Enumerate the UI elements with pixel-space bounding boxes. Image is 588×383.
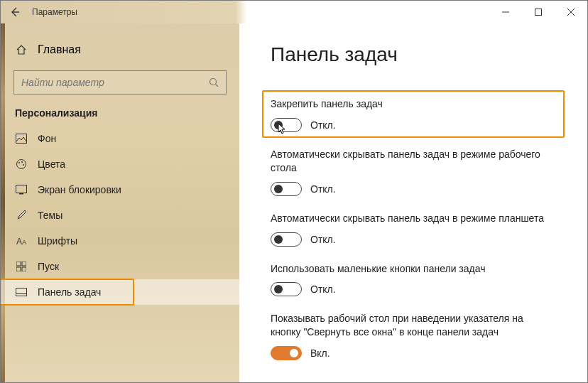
taskbar-icon bbox=[15, 288, 28, 296]
svg-rect-19 bbox=[22, 267, 26, 271]
maximize-button[interactable] bbox=[522, 1, 555, 23]
setting-small-buttons: Использовать маленькие кнопки панели зад… bbox=[271, 262, 556, 297]
sidebar-item-start[interactable]: Пуск bbox=[1, 254, 239, 279]
palette-icon bbox=[15, 158, 28, 170]
home-link[interactable]: Главная bbox=[1, 39, 239, 60]
svg-point-5 bbox=[210, 79, 217, 85]
svg-point-11 bbox=[23, 164, 24, 166]
search-field[interactable] bbox=[21, 77, 209, 88]
setting-label: Автоматически скрывать панель задач в ре… bbox=[271, 148, 556, 175]
titlebar: Параметры bbox=[1, 1, 587, 23]
sidebar-item-background[interactable]: Фон bbox=[1, 126, 239, 151]
svg-rect-7 bbox=[16, 134, 27, 144]
minimize-button[interactable] bbox=[489, 1, 522, 23]
toggle-small-buttons[interactable] bbox=[271, 282, 302, 296]
toggle-autohide-desktop[interactable] bbox=[271, 182, 302, 196]
svg-rect-16 bbox=[16, 261, 21, 266]
toggle-state: Откл. bbox=[310, 284, 336, 295]
svg-rect-18 bbox=[16, 267, 21, 271]
svg-point-10 bbox=[21, 161, 23, 163]
svg-rect-12 bbox=[16, 185, 27, 193]
svg-rect-20 bbox=[16, 288, 27, 296]
toggle-lock-taskbar[interactable] bbox=[271, 118, 302, 132]
window-title: Параметры bbox=[29, 7, 77, 17]
setting-label: Использовать маленькие кнопки панели зад… bbox=[271, 262, 556, 276]
start-icon bbox=[15, 261, 28, 271]
sidebar-item-label: Шрифты bbox=[38, 235, 77, 247]
sidebar-item-label: Фон bbox=[38, 133, 56, 144]
setting-lock-taskbar: Закрепить панель задач Откл. bbox=[271, 97, 556, 132]
setting-autohide-desktop: Автоматически скрывать панель задач в ре… bbox=[271, 148, 556, 196]
setting-label: Закрепить панель задач bbox=[271, 97, 499, 111]
brush-icon bbox=[15, 210, 28, 221]
svg-text:A: A bbox=[16, 237, 22, 246]
toggle-state: Откл. bbox=[310, 119, 336, 131]
svg-line-6 bbox=[216, 85, 219, 87]
svg-rect-17 bbox=[22, 261, 26, 266]
font-icon: AA bbox=[15, 236, 28, 246]
sidebar-item-label: Пуск bbox=[38, 261, 59, 272]
search-icon bbox=[209, 77, 219, 87]
sidebar-item-colors[interactable]: Цвета bbox=[1, 151, 239, 177]
sidebar-item-taskbar[interactable]: Панель задач bbox=[1, 279, 239, 305]
toggle-state: Откл. bbox=[310, 183, 336, 195]
lockscreen-icon bbox=[15, 185, 28, 195]
sidebar-item-label: Темы bbox=[38, 210, 62, 221]
svg-point-9 bbox=[18, 162, 20, 163]
sidebar-item-label: Цвета bbox=[38, 158, 65, 170]
toggle-autohide-tablet[interactable] bbox=[271, 232, 302, 247]
back-button[interactable] bbox=[1, 6, 29, 18]
setting-autohide-tablet: Автоматически скрывать панель задач в ре… bbox=[271, 212, 556, 247]
page-title: Панель задач bbox=[271, 43, 556, 66]
picture-icon bbox=[15, 134, 28, 144]
setting-show-desktop-hover: Показывать рабочий стол при наведении ук… bbox=[271, 312, 556, 360]
search-input[interactable] bbox=[13, 70, 227, 95]
sidebar-item-themes[interactable]: Темы bbox=[1, 203, 239, 228]
toggle-show-desktop-hover[interactable] bbox=[271, 346, 302, 360]
sidebar-item-lockscreen[interactable]: Экран блокировки bbox=[1, 177, 239, 203]
close-button[interactable] bbox=[555, 1, 587, 23]
home-icon bbox=[15, 44, 28, 55]
svg-rect-13 bbox=[19, 193, 23, 195]
setting-label: Автоматически скрывать панель задач в ре… bbox=[271, 212, 556, 225]
svg-text:A: A bbox=[22, 239, 26, 246]
sidebar-item-fonts[interactable]: AA Шрифты bbox=[1, 228, 239, 254]
toggle-state: Вкл. bbox=[310, 347, 330, 359]
toggle-state: Откл. bbox=[310, 234, 336, 245]
section-header: Персонализация bbox=[1, 107, 239, 126]
home-label: Главная bbox=[38, 43, 81, 56]
nav: Фон Цвета Экран блокировки Темы AA Шрифт… bbox=[1, 126, 239, 305]
sidebar-item-label: Экран блокировки bbox=[38, 184, 121, 195]
svg-point-8 bbox=[17, 160, 26, 169]
setting-label: Показывать рабочий стол при наведении ук… bbox=[271, 312, 556, 339]
sidebar-item-label: Панель задач bbox=[38, 286, 101, 298]
svg-rect-2 bbox=[535, 9, 542, 16]
main-content: Панель задач Закрепить панель задач Откл… bbox=[239, 23, 587, 382]
sidebar: Главная Персонализация Фон Цвета bbox=[1, 23, 239, 382]
